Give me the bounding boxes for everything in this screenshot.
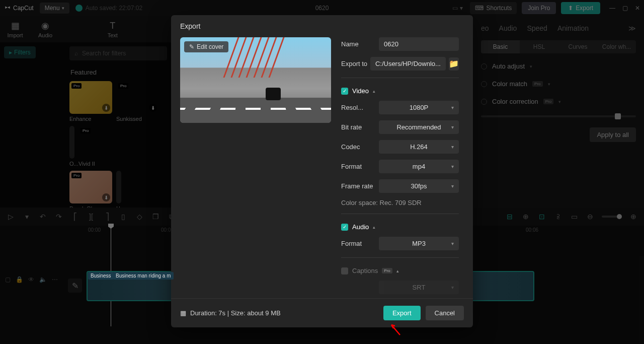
resolution-label: Resol... (341, 104, 379, 111)
browse-folder-button[interactable]: 📁 (449, 57, 459, 71)
export-meta: ▦ Duration: 7s | Size: about 9 MB (180, 309, 281, 317)
video-section-label: Video (352, 87, 369, 95)
edit-cover-button[interactable]: ✎ Edit cover (184, 41, 228, 52)
audio-format-label: Format (341, 240, 379, 247)
clip-label: Business (88, 272, 114, 280)
colorspace-text: Color space: Rec. 709 SDR (341, 199, 459, 207)
framerate-label: Frame rate (341, 182, 379, 190)
export-confirm-button[interactable]: Export (383, 306, 421, 320)
format-select[interactable]: mp4 (379, 160, 459, 173)
name-label: Name (341, 40, 379, 48)
export-preview: ✎ Edit cover (180, 37, 331, 123)
audio-section-label: Audio (352, 223, 369, 231)
captions-checkbox[interactable]: ✓ (341, 267, 348, 274)
audio-checkbox[interactable]: ✓ (341, 224, 348, 231)
audio-format-select[interactable]: MP3 (379, 237, 459, 250)
dialog-title: Export (171, 15, 473, 37)
resolution-select[interactable]: 1080P (379, 101, 459, 114)
chevron-icon[interactable]: ▴ (396, 268, 399, 273)
bitrate-label: Bit rate (341, 123, 379, 131)
chevron-icon[interactable]: ▴ (373, 89, 375, 94)
video-checkbox[interactable]: ✓ (341, 88, 348, 95)
bitrate-select[interactable]: Recommended (379, 120, 459, 134)
codec-label: Codec (341, 143, 379, 151)
export-dialog: Export ✎ Edit cover Name 0620 Export to … (171, 15, 473, 327)
captions-section-label: Captions (352, 267, 378, 274)
exportto-label: Export to (341, 60, 370, 67)
film-icon: ▦ (180, 309, 186, 317)
name-input[interactable]: 0620 (379, 37, 459, 51)
captions-format-select: SRT (379, 281, 459, 294)
folder-icon: 📁 (449, 59, 459, 68)
pro-badge: Pro (382, 268, 392, 273)
exportto-input[interactable]: C:/Users/HP/Downlo... (370, 57, 446, 71)
format-label: Format (341, 163, 379, 170)
codec-select[interactable]: H.264 (379, 140, 459, 154)
chevron-icon[interactable]: ▴ (373, 225, 375, 230)
cancel-button[interactable]: Cancel (426, 306, 464, 320)
clip-label: Business man riding a m (113, 272, 174, 280)
framerate-select[interactable]: 30fps (379, 179, 459, 193)
pencil-icon: ✎ (189, 43, 194, 50)
